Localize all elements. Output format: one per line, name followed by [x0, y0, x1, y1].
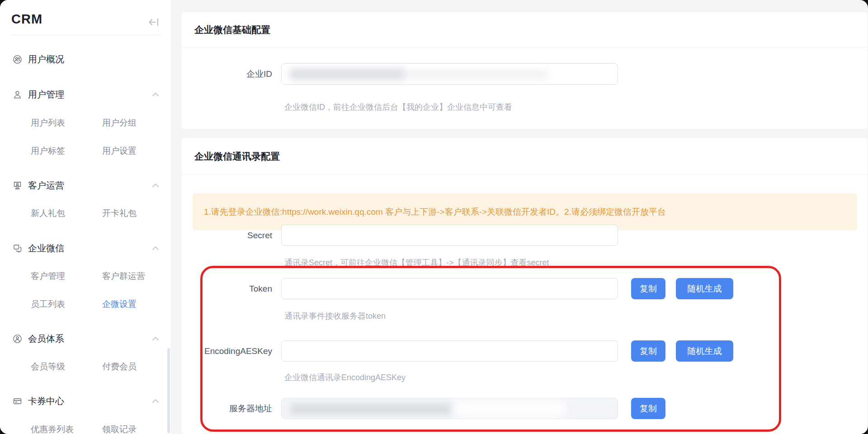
corp-id-label: 企业ID: [182, 63, 272, 85]
sidebar-divider: [11, 35, 161, 35]
sidebar-child-row: 客户管理 客户群运营: [0, 270, 171, 283]
membership-icon: [13, 334, 22, 344]
sidebar-item-staff-list[interactable]: 员工列表: [31, 298, 65, 311]
server-url-label: 服务器地址: [182, 398, 272, 419]
sidebar-child-row: 新人礼包 开卡礼包: [0, 207, 171, 220]
sidebar: CRM 用户概况: [0, 0, 171, 434]
sidebar-item-customer-group-operations[interactable]: 客户群运营: [102, 270, 145, 283]
wechat-work-icon: [13, 244, 22, 253]
chevron-up-icon[interactable]: [152, 246, 159, 250]
chevron-up-icon[interactable]: [152, 336, 159, 341]
aeskey-help: 企业微信通讯录EncodingAESKey: [284, 372, 406, 383]
sidebar-group-user-overview[interactable]: 用户概况: [13, 52, 159, 66]
secret-input[interactable]: [281, 225, 618, 246]
sidebar-item-paid-members[interactable]: 付费会员: [102, 360, 137, 373]
secret-label: Secret: [182, 225, 272, 246]
sidebar-collapse-button[interactable]: [147, 15, 161, 29]
sidebar-child-row: 优惠券列表 领取记录: [0, 423, 171, 434]
token-input[interactable]: [281, 278, 618, 299]
sidebar-item-user-list[interactable]: 用户列表: [31, 117, 65, 129]
user-overview-icon: [13, 55, 22, 64]
sidebar-group-membership[interactable]: 会员体系: [13, 331, 159, 346]
chevron-up-icon[interactable]: [152, 399, 159, 403]
sidebar-group-label: 会员体系: [28, 333, 64, 345]
token-label: Token: [182, 278, 272, 299]
sidebar-group-customer-operations[interactable]: 客户运营: [13, 178, 159, 193]
contacts-config-card: 企业微信通讯录配置 1.请先登录企业微信:https://work.weixin…: [182, 138, 867, 434]
warning-alert-text: 1.请先登录企业微信:https://work.weixin.qq.com 客户…: [204, 206, 666, 218]
sidebar-group-label: 客户运营: [28, 179, 64, 192]
aeskey-label: EncodingAESKey: [182, 340, 272, 362]
contacts-config-title: 企业微信通讯录配置: [194, 150, 280, 163]
sidebar-item-user-settings[interactable]: 用户设置: [102, 145, 137, 157]
corp-id-input[interactable]: [281, 63, 618, 85]
sidebar-group-label: 卡券中心: [28, 395, 64, 407]
token-generate-button[interactable]: 随机生成: [676, 278, 733, 299]
chevron-up-icon[interactable]: [152, 183, 159, 188]
token-help: 通讯录事件接收服务器token: [284, 311, 386, 321]
sidebar-child-row: 用户标签 用户设置: [0, 145, 171, 157]
chevron-up-icon[interactable]: [152, 92, 159, 97]
sidebar-item-customer-management[interactable]: 客户管理: [31, 270, 65, 283]
contacts-config-header: 企业微信通讯录配置: [182, 138, 867, 175]
sidebar-item-card-open-pack[interactable]: 开卡礼包: [102, 207, 137, 220]
server-url-copy-button[interactable]: 复制: [631, 398, 665, 419]
brand-logo: CRM: [11, 12, 42, 27]
sidebar-group-user-management[interactable]: 用户管理: [13, 87, 159, 102]
sidebar-item-qiwei-settings[interactable]: 企微设置: [102, 298, 137, 311]
basic-config-header: 企业微信基础配置: [182, 12, 867, 47]
sidebar-item-claim-records[interactable]: 领取记录: [102, 423, 137, 434]
sidebar-item-newcomer-pack[interactable]: 新人礼包: [31, 207, 65, 220]
collapse-arrow-icon: [147, 15, 161, 29]
aeskey-generate-button[interactable]: 随机生成: [676, 340, 733, 362]
server-url-input[interactable]: [281, 398, 618, 419]
aeskey-copy-button[interactable]: 复制: [631, 340, 665, 362]
basic-config-card: 企业微信基础配置 企业ID 企业微信ID，前往企业微信后台【我的企业】企业信息中…: [182, 12, 867, 129]
sidebar-group-label: 用户管理: [28, 89, 64, 101]
aeskey-input[interactable]: [281, 340, 618, 362]
sidebar-scrollbar[interactable]: [167, 348, 170, 433]
sidebar-item-user-groups[interactable]: 用户分组: [102, 117, 137, 129]
customer-operations-icon: [13, 181, 22, 190]
corp-id-help: 企业微信ID，前往企业微信后台【我的企业】企业信息中可查看: [284, 102, 512, 113]
user-icon: [13, 90, 22, 99]
app-window: CRM 用户概况: [0, 0, 868, 434]
sidebar-group-wechat-work[interactable]: 企业微信: [13, 241, 159, 255]
sidebar-item-user-tags[interactable]: 用户标签: [31, 145, 65, 157]
sidebar-item-coupon-list[interactable]: 优惠券列表: [31, 423, 74, 434]
sidebar-child-row: 员工列表 企微设置: [0, 298, 171, 311]
token-copy-button[interactable]: 复制: [631, 278, 665, 299]
card-icon: [13, 396, 22, 406]
secret-help: 通讯录Secret，可前往企业微信【管理工具】->【通讯录同步】查看secret: [284, 257, 549, 268]
sidebar-child-row: 用户列表 用户分组: [0, 117, 171, 129]
sidebar-group-label: 用户概况: [28, 53, 64, 66]
basic-config-title: 企业微信基础配置: [194, 24, 270, 36]
sidebar-group-card-coupon-center[interactable]: 卡券中心: [13, 394, 159, 408]
sidebar-group-label: 企业微信: [28, 242, 64, 255]
sidebar-item-member-levels[interactable]: 会员等级: [31, 360, 65, 373]
sidebar-child-row: 会员等级 付费会员: [0, 360, 171, 373]
